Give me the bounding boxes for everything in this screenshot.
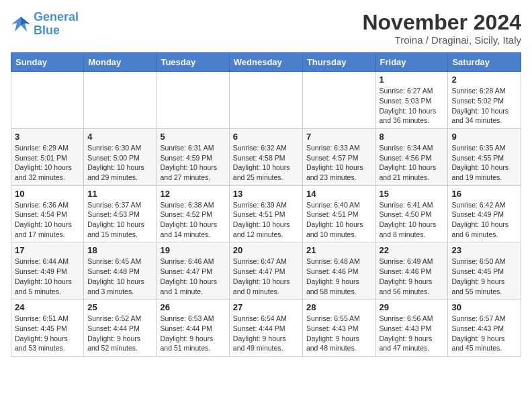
day-info: Sunrise: 6:31 AM Sunset: 4:59 PM Dayligh… (160, 143, 225, 183)
table-row: 21Sunrise: 6:48 AM Sunset: 4:46 PM Dayli… (302, 242, 375, 300)
day-info: Sunrise: 6:52 AM Sunset: 4:44 PM Dayligh… (87, 314, 152, 353)
table-row: 30Sunrise: 6:57 AM Sunset: 4:43 PM Dayli… (448, 300, 521, 357)
calendar-header-row: Sunday Monday Tuesday Wednesday Thursday… (11, 53, 521, 72)
day-info: Sunrise: 6:49 AM Sunset: 4:46 PM Dayligh… (380, 257, 445, 296)
day-number: 12 (160, 189, 225, 199)
day-number: 18 (87, 245, 152, 255)
day-info: Sunrise: 6:42 AM Sunset: 4:49 PM Dayligh… (451, 200, 517, 240)
day-number: 19 (160, 245, 225, 255)
table-row: 14Sunrise: 6:40 AM Sunset: 4:51 PM Dayli… (302, 185, 375, 242)
day-info: Sunrise: 6:33 AM Sunset: 4:57 PM Dayligh… (306, 143, 372, 183)
day-info: Sunrise: 6:34 AM Sunset: 4:56 PM Dayligh… (380, 143, 445, 183)
table-row: 17Sunrise: 6:44 AM Sunset: 4:49 PM Dayli… (11, 242, 84, 300)
day-info: Sunrise: 6:45 AM Sunset: 4:48 PM Dayligh… (87, 257, 152, 296)
table-row: 12Sunrise: 6:38 AM Sunset: 4:52 PM Dayli… (157, 185, 229, 242)
logo: General Blue (11, 11, 79, 38)
table-row: 10Sunrise: 6:36 AM Sunset: 4:54 PM Dayli… (11, 185, 84, 242)
calendar-table: Sunday Monday Tuesday Wednesday Thursday… (11, 52, 521, 357)
day-info: Sunrise: 6:27 AM Sunset: 5:03 PM Dayligh… (380, 86, 445, 126)
table-row: 4Sunrise: 6:30 AM Sunset: 5:00 PM Daylig… (84, 128, 157, 185)
day-number: 25 (87, 302, 152, 312)
day-info: Sunrise: 6:56 AM Sunset: 4:43 PM Dayligh… (380, 314, 445, 353)
table-row: 9Sunrise: 6:35 AM Sunset: 4:55 PM Daylig… (448, 128, 521, 185)
table-row: 7Sunrise: 6:33 AM Sunset: 4:57 PM Daylig… (302, 128, 375, 185)
header-thursday: Thursday (302, 53, 375, 72)
table-row: 23Sunrise: 6:50 AM Sunset: 4:45 PM Dayli… (448, 242, 521, 300)
table-row (84, 72, 157, 129)
day-info: Sunrise: 6:41 AM Sunset: 4:50 PM Dayligh… (380, 200, 445, 240)
day-number: 3 (15, 132, 80, 142)
table-row: 26Sunrise: 6:53 AM Sunset: 4:44 PM Dayli… (157, 300, 229, 357)
table-row (229, 72, 302, 129)
day-number: 29 (380, 302, 445, 312)
day-info: Sunrise: 6:46 AM Sunset: 4:47 PM Dayligh… (160, 257, 225, 296)
table-row: 2Sunrise: 6:28 AM Sunset: 5:02 PM Daylig… (448, 72, 521, 129)
day-info: Sunrise: 6:54 AM Sunset: 4:44 PM Dayligh… (233, 314, 299, 353)
location-subtitle: Troina / Draginai, Sicily, Italy (362, 34, 521, 46)
day-number: 8 (380, 132, 445, 142)
page-header: General Blue November 2024 Troina / Drag… (11, 11, 521, 46)
header-saturday: Saturday (448, 53, 521, 72)
day-number: 23 (451, 245, 517, 255)
table-row (302, 72, 375, 129)
day-number: 28 (306, 302, 372, 312)
header-friday: Friday (375, 53, 448, 72)
day-info: Sunrise: 6:48 AM Sunset: 4:46 PM Dayligh… (306, 257, 372, 296)
day-number: 9 (451, 132, 517, 142)
table-row: 13Sunrise: 6:39 AM Sunset: 4:51 PM Dayli… (229, 185, 302, 242)
title-block: November 2024 Troina / Draginai, Sicily,… (362, 11, 521, 46)
logo-icon (11, 14, 31, 34)
table-row: 29Sunrise: 6:56 AM Sunset: 4:43 PM Dayli… (375, 300, 448, 357)
day-number: 20 (233, 245, 299, 255)
day-number: 10 (15, 189, 80, 199)
day-number: 17 (15, 245, 80, 255)
calendar-week-row: 10Sunrise: 6:36 AM Sunset: 4:54 PM Dayli… (11, 185, 521, 242)
day-info: Sunrise: 6:51 AM Sunset: 4:45 PM Dayligh… (15, 314, 80, 353)
day-info: Sunrise: 6:35 AM Sunset: 4:55 PM Dayligh… (451, 143, 517, 183)
table-row: 1Sunrise: 6:27 AM Sunset: 5:03 PM Daylig… (375, 72, 448, 129)
day-number: 6 (233, 132, 299, 142)
day-number: 30 (451, 302, 517, 312)
day-number: 27 (233, 302, 299, 312)
day-number: 26 (160, 302, 225, 312)
header-wednesday: Wednesday (229, 53, 302, 72)
day-info: Sunrise: 6:44 AM Sunset: 4:49 PM Dayligh… (15, 257, 80, 296)
table-row: 16Sunrise: 6:42 AM Sunset: 4:49 PM Dayli… (448, 185, 521, 242)
table-row: 22Sunrise: 6:49 AM Sunset: 4:46 PM Dayli… (375, 242, 448, 300)
table-row (11, 72, 84, 129)
calendar-week-row: 3Sunrise: 6:29 AM Sunset: 5:01 PM Daylig… (11, 128, 521, 185)
table-row: 6Sunrise: 6:32 AM Sunset: 4:58 PM Daylig… (229, 128, 302, 185)
table-row: 3Sunrise: 6:29 AM Sunset: 5:01 PM Daylig… (11, 128, 84, 185)
header-monday: Monday (84, 53, 157, 72)
table-row (157, 72, 229, 129)
day-info: Sunrise: 6:29 AM Sunset: 5:01 PM Dayligh… (15, 143, 80, 183)
table-row: 18Sunrise: 6:45 AM Sunset: 4:48 PM Dayli… (84, 242, 157, 300)
day-number: 24 (15, 302, 80, 312)
day-info: Sunrise: 6:37 AM Sunset: 4:53 PM Dayligh… (87, 200, 152, 240)
day-number: 15 (380, 189, 445, 199)
calendar-week-row: 17Sunrise: 6:44 AM Sunset: 4:49 PM Dayli… (11, 242, 521, 300)
day-info: Sunrise: 6:40 AM Sunset: 4:51 PM Dayligh… (306, 200, 372, 240)
table-row: 19Sunrise: 6:46 AM Sunset: 4:47 PM Dayli… (157, 242, 229, 300)
day-number: 11 (87, 189, 152, 199)
day-number: 4 (87, 132, 152, 142)
table-row: 5Sunrise: 6:31 AM Sunset: 4:59 PM Daylig… (157, 128, 229, 185)
table-row: 28Sunrise: 6:55 AM Sunset: 4:43 PM Dayli… (302, 300, 375, 357)
table-row: 20Sunrise: 6:47 AM Sunset: 4:47 PM Dayli… (229, 242, 302, 300)
day-number: 14 (306, 189, 372, 199)
table-row: 24Sunrise: 6:51 AM Sunset: 4:45 PM Dayli… (11, 300, 84, 357)
day-info: Sunrise: 6:28 AM Sunset: 5:02 PM Dayligh… (451, 86, 517, 126)
day-number: 7 (306, 132, 372, 142)
month-title: November 2024 (362, 11, 521, 34)
header-tuesday: Tuesday (157, 53, 229, 72)
day-info: Sunrise: 6:39 AM Sunset: 4:51 PM Dayligh… (233, 200, 299, 240)
day-info: Sunrise: 6:53 AM Sunset: 4:44 PM Dayligh… (160, 314, 225, 353)
day-info: Sunrise: 6:50 AM Sunset: 4:45 PM Dayligh… (451, 257, 517, 296)
day-number: 16 (451, 189, 517, 199)
day-info: Sunrise: 6:47 AM Sunset: 4:47 PM Dayligh… (233, 257, 299, 296)
day-number: 13 (233, 189, 299, 199)
table-row: 27Sunrise: 6:54 AM Sunset: 4:44 PM Dayli… (229, 300, 302, 357)
table-row: 11Sunrise: 6:37 AM Sunset: 4:53 PM Dayli… (84, 185, 157, 242)
day-info: Sunrise: 6:55 AM Sunset: 4:43 PM Dayligh… (306, 314, 372, 353)
day-number: 21 (306, 245, 372, 255)
